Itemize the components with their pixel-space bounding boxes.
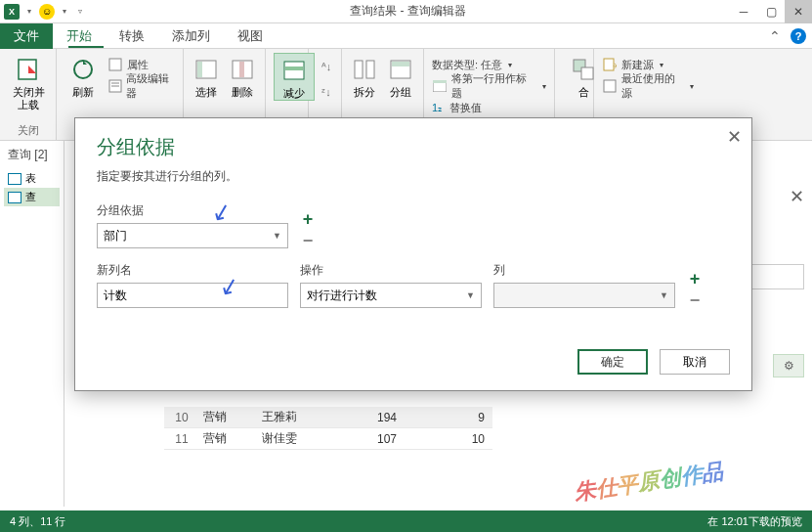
firstrow-header-button[interactable]: 将第一行用作标题▾ [432, 76, 546, 96]
svg-rect-17 [433, 80, 447, 83]
add-agg-button[interactable]: + [687, 271, 703, 287]
settings-input[interactable] [749, 264, 804, 289]
settings-gear-icon[interactable]: ⚙ [773, 354, 804, 377]
maximize-button[interactable]: ▢ [757, 0, 785, 23]
sort-desc-icon[interactable]: ᶻ↓ [317, 80, 336, 104]
close-button[interactable]: ✕ [785, 0, 812, 23]
qat-dropdown2-icon[interactable]: ▾ [59, 7, 70, 16]
replace-button[interactable]: 1₂替换值 [432, 98, 546, 117]
remove-group-button[interactable]: − [300, 233, 316, 248]
svg-rect-15 [392, 62, 409, 66]
groupby-label: 分组依据 [97, 202, 288, 219]
sort-asc-icon[interactable]: ᴬ↓ [317, 55, 336, 78]
window-title: 查询结果 - 查询编辑器 [86, 3, 730, 20]
svg-rect-7 [197, 62, 202, 77]
status-left: 4 列、11 行 [10, 514, 65, 529]
advanced-editor-button[interactable]: 高级编辑器 [107, 76, 175, 96]
svg-rect-0 [19, 60, 36, 79]
titlebar: X ▾ ☺ ▾ ▿ 查询结果 - 查询编辑器 ─ ▢ ✕ [0, 0, 812, 23]
qat-sep: ▿ [74, 7, 86, 16]
collapse-ribbon-icon[interactable]: ⌃ [769, 28, 781, 44]
column-select[interactable]: ▼ [493, 283, 675, 308]
svg-rect-22 [604, 80, 616, 92]
svg-rect-13 [366, 61, 374, 78]
dialog-title: 分组依据 [97, 134, 730, 160]
tab-home[interactable]: 开始 [53, 23, 106, 49]
svg-rect-9 [239, 62, 244, 77]
minimize-button[interactable]: ─ [730, 0, 757, 23]
svg-rect-11 [285, 66, 303, 70]
cancel-button[interactable]: 取消 [660, 349, 730, 375]
svg-rect-19 [581, 67, 593, 79]
groupby-select[interactable]: 部门▼ [97, 223, 288, 248]
settings-close-icon[interactable]: ✕ [790, 186, 804, 207]
ribbon-tabs: 文件 开始 转换 添加列 视图 ⌃ ? [0, 23, 812, 49]
excel-icon: X [4, 4, 20, 20]
tab-transform[interactable]: 转换 [106, 23, 158, 49]
query-panel: 查询 [2] 表 查 [0, 141, 64, 507]
dialog-close-icon[interactable]: ✕ [727, 126, 742, 148]
query-panel-title: 查询 [2] [4, 147, 60, 163]
close-load-button[interactable]: 关闭并 上载 [8, 53, 49, 111]
tab-view[interactable]: 视图 [224, 23, 277, 49]
column-label: 列 [493, 262, 675, 279]
tab-file[interactable]: 文件 [0, 23, 53, 49]
help-icon[interactable]: ? [791, 28, 806, 44]
smiley-icon[interactable]: ☺ [39, 4, 55, 20]
table-row[interactable]: 10营销王雅莉1949 [164, 407, 492, 428]
svg-rect-12 [355, 61, 363, 78]
svg-text:✳: ✳ [613, 61, 617, 71]
qat-dropdown-icon[interactable]: ▾ [23, 7, 35, 16]
newcol-input[interactable] [97, 283, 288, 308]
query-item-table[interactable]: 表 [4, 169, 60, 188]
recent-button[interactable]: 最近使用的源▾ [602, 76, 694, 96]
operation-label: 操作 [300, 262, 482, 279]
svg-rect-2 [109, 59, 121, 70]
table-row[interactable]: 11营销谢佳雯10710 [164, 428, 492, 450]
tab-addcolumn[interactable]: 添加列 [158, 23, 224, 49]
operation-select[interactable]: 对行进行计数▼ [300, 283, 482, 308]
remove-agg-button[interactable]: − [687, 292, 703, 308]
add-group-button[interactable]: + [300, 211, 316, 227]
newcol-label: 新列名 [97, 262, 288, 279]
status-right: 在 12:01下载的预览 [707, 514, 802, 529]
statusbar: 4 列、11 行 在 12:01下载的预览 [0, 510, 812, 532]
groupby-dialog: ✕ 分组依据 指定要按其进行分组的列。 分组依据 部门▼ + − ↙ 新列名 操… [74, 117, 752, 391]
dialog-description: 指定要按其进行分组的列。 [97, 168, 730, 185]
ok-button[interactable]: 确定 [577, 349, 648, 375]
query-item-query[interactable]: 查 [4, 188, 60, 206]
